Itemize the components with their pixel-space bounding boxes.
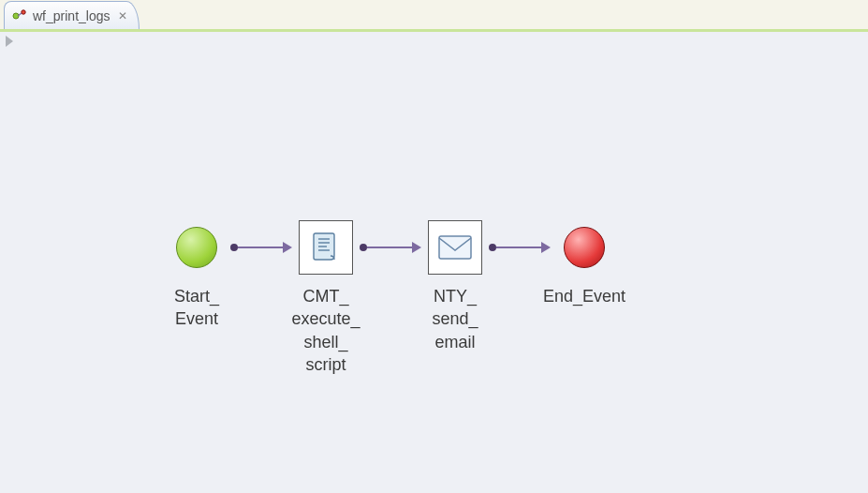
- workflow-canvas[interactable]: Start_ Event C: [0, 30, 868, 493]
- tab-title: wf_print_logs: [33, 8, 110, 23]
- connector-arrowhead-icon: [283, 242, 292, 253]
- svg-point-1: [22, 9, 25, 13]
- connector: [360, 219, 421, 276]
- expand-gutter-icon[interactable]: [6, 36, 13, 47]
- connector-source-dot: [489, 244, 496, 251]
- connector-arrowhead-icon: [412, 242, 421, 253]
- connector-line: [496, 246, 541, 248]
- connector-arrowhead-icon: [541, 242, 551, 253]
- close-icon[interactable]: ✕: [116, 9, 129, 22]
- connector-source-dot: [230, 244, 238, 251]
- start-event-icon: [176, 227, 217, 268]
- connector: [230, 219, 292, 276]
- tab-wf-print-logs[interactable]: wf_print_logs ✕: [4, 1, 140, 29]
- connector: [489, 219, 551, 276]
- script-task-icon: [299, 220, 353, 275]
- connector-source-dot: [360, 244, 367, 251]
- email-task-icon: [428, 220, 482, 275]
- node-label: CMT_ execute_ shell_ script: [291, 285, 360, 376]
- workflow-flow: Start_ Event C: [140, 219, 640, 376]
- connector-line: [238, 246, 283, 248]
- svg-rect-6: [439, 236, 471, 259]
- tab-bar: wf_print_logs ✕: [0, 0, 868, 30]
- workflow-icon: [12, 8, 27, 23]
- node-label: NTY_ send_ email: [432, 285, 478, 353]
- node-label: Start_ Event: [174, 285, 219, 331]
- connector-line: [367, 246, 412, 248]
- node-label: End_Event: [543, 285, 625, 307]
- end-event-icon: [564, 227, 605, 268]
